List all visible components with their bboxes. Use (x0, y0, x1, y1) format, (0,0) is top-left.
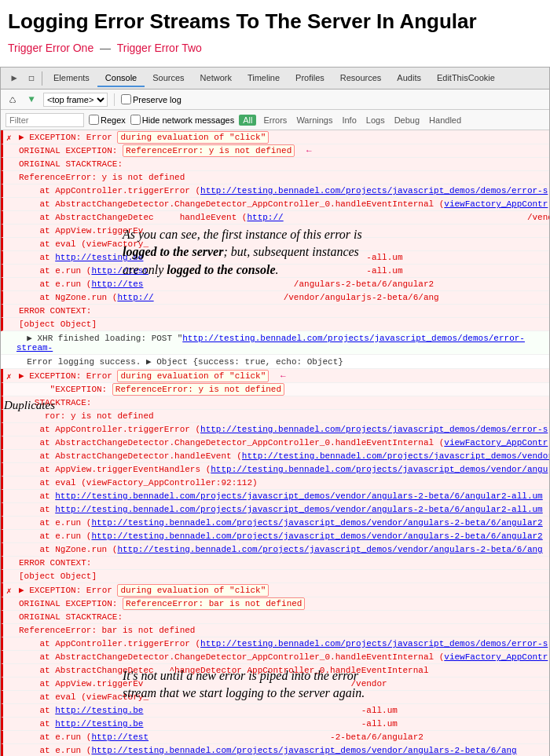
console-line: STACKTRACE: (1, 396, 549, 410)
trigger-links-container: Trigger Error One — Trigger Error Two (0, 38, 550, 67)
console-line: at AppView.triggerEv (1, 225, 549, 238)
trigger-error-two-link[interactable]: Trigger Error Two (117, 42, 202, 54)
hide-network-checkbox[interactable] (130, 115, 141, 125)
console-line: at AbstractChangeDetector.ChangeDetector… (1, 651, 549, 664)
tab-elements[interactable]: Elements (46, 70, 97, 87)
error-highlight-2: ReferenceError: y is not defined (123, 144, 295, 157)
console-line: ORIGINAL STACKTRACE: (1, 158, 549, 171)
console-line: at AppView.triggerEventHandlers (http://… (1, 463, 549, 477)
console-line: at NgZone.run (http://testing.bennadel.c… (1, 543, 549, 557)
clear-console-icon[interactable]: ♺ (6, 93, 20, 107)
console-line: at AppController.triggerError (http://te… (1, 184, 549, 198)
tab-timeline[interactable]: Timeline (240, 70, 288, 87)
annotation-region-3: at AbstractChangeDetec ^hangeDetector Ap… (1, 664, 549, 756)
console-line: at e.run (http://tes /angulars-2-beta/6/… (1, 278, 549, 291)
console-line: at AppController.triggerError (http://te… (1, 423, 549, 436)
regex-label[interactable]: Regex (89, 115, 126, 125)
filter-errors-button[interactable]: Errors (261, 115, 289, 126)
tab-sources[interactable]: Sources (145, 70, 192, 87)
console-output: ✗ ▶ EXCEPTION: Error during evaluation o… (1, 130, 549, 756)
error-block-1: ✗ ▶ EXCEPTION: Error during evaluation o… (1, 130, 549, 331)
console-line: at e.run (http://test -2-beta/6/angular2 (1, 731, 549, 744)
console-line: ORIGINAL STACKTRACE: (1, 611, 549, 624)
console-line: at e.run (http://testing.bennadel.com/pr… (1, 744, 549, 756)
arrow-annotation-1: ← (306, 146, 312, 155)
console-line: ReferenceError: bar is not defined (1, 624, 549, 637)
filter-info-button[interactable]: Info (339, 115, 358, 126)
filter-input[interactable] (6, 113, 84, 127)
preserve-log-label[interactable]: Preserve log (121, 94, 182, 104)
regex-checkbox[interactable] (89, 115, 99, 125)
tab-audits[interactable]: Audits (389, 70, 429, 87)
separator: — (100, 42, 111, 54)
console-line: at AbstractChangeDetec handleEvent (http… (1, 211, 549, 225)
console-line: at http://testing.bennadel.com/projects/… (1, 503, 549, 517)
console-line: at http://testing.be -all.um (1, 251, 549, 265)
trigger-error-one-link[interactable]: Trigger Error One (8, 42, 94, 54)
hide-network-label[interactable]: Hide network messages (130, 115, 234, 125)
filter-handled-button[interactable]: Handled (427, 115, 464, 126)
console-line: at e.run (http://test -all.um (1, 265, 549, 278)
console-toolbar-3: Regex Hide network messages All Errors W… (1, 110, 549, 130)
console-line: ✗ ▶ EXCEPTION: Error during evaluation o… (1, 583, 549, 597)
console-line: at eval (viewFactory_AppController:92:11… (1, 477, 549, 490)
console-line: at e.run (http://testing.bennadel.com/pr… (1, 530, 549, 543)
error-icon-2: ✗ (6, 371, 12, 382)
tab-profiles[interactable]: Profiles (288, 70, 332, 87)
console-line: at AppController.triggerError (http://te… (1, 637, 549, 651)
error-highlight-6: ReferenceError: bar is not defined (123, 597, 305, 610)
inspect-icon[interactable]: ▶ (7, 71, 21, 86)
page-title: Logging Error Streams To The Server In A… (0, 0, 550, 38)
arrow-annotation-2: ← (280, 371, 286, 381)
frame-selector[interactable]: <top frame> (43, 93, 108, 107)
console-line: at http://testing.be -all.um (1, 718, 549, 731)
error-highlight-3: during evaluation of "click" (117, 370, 269, 382)
mobile-icon[interactable]: ◻ (24, 71, 38, 86)
console-line: at NgZone.run (http:// /vendor/angularjs… (1, 291, 549, 305)
tab-console[interactable]: Console (97, 70, 145, 87)
success-line-1: Error logging success. ▶ Object {success… (1, 355, 549, 369)
tab-editthiscookie[interactable]: EditThisCookie (429, 70, 503, 87)
error-highlight-1: during evaluation of "click" (117, 131, 269, 144)
tab-resources[interactable]: Resources (332, 70, 390, 87)
console-line: at AppView.triggerEv /vendor (1, 677, 549, 691)
console-line: ✗ ▶ EXCEPTION: Error during evaluation o… (1, 130, 549, 144)
console-line: [object Object] (1, 318, 549, 331)
console-line: ReferenceError: y is not defined (1, 171, 549, 184)
error-highlight-4: ReferenceError: y is not defined (112, 383, 284, 396)
console-line: at AbstractChangeDetector.ChangeDetector… (1, 436, 549, 450)
devtools-tab-bar: ▶ ◻ Elements Console Sources Network Tim… (1, 68, 549, 89)
console-toolbar-2: ♺ ▼ <top frame> Preserve log (1, 89, 549, 110)
filter-logs-button[interactable]: Logs (364, 115, 387, 126)
error-icon-3: ✗ (6, 586, 12, 596)
filter-debug-button[interactable]: Debug (392, 115, 422, 126)
console-line: at AbstractChangeDetector.ChangeDetector… (1, 198, 549, 211)
console-line: ✗ ▶ EXCEPTION: Error during evaluation o… (1, 369, 549, 383)
console-line: at AbstractChangeDetec ^hangeDetector Ap… (1, 664, 549, 677)
error-icon: ✗ (6, 133, 12, 143)
devtools-panel: ▶ ◻ Elements Console Sources Network Tim… (0, 67, 550, 756)
console-line: at eval (viewFactory_ (1, 691, 549, 704)
filter-icon[interactable]: ▼ (24, 93, 38, 107)
error-block-2: Duplicates ✗ ▶ EXCEPTION: Error during e… (1, 369, 549, 583)
filter-all-button[interactable]: All (239, 115, 256, 126)
console-line: at e.run (http://testing.bennadel.com/pr… (1, 517, 549, 530)
error-highlight-5: during evaluation of "click" (117, 584, 269, 597)
console-line: at http://testing.be -all.um (1, 704, 549, 718)
console-line: ERROR CONTEXT: (1, 305, 549, 318)
console-line: at http://testing.bennadel.com/projects/… (1, 490, 549, 503)
error-block-3: ✗ ▶ EXCEPTION: Error during evaluation o… (1, 583, 549, 756)
toolbar-sep (114, 93, 115, 106)
preserve-log-checkbox[interactable] (121, 94, 131, 104)
xhr-finished-line-1: ▶ XHR finished loading: POST "http://tes… (1, 331, 549, 355)
tab-network[interactable]: Network (192, 70, 240, 87)
console-line: ORIGINAL EXCEPTION: ReferenceError: bar … (1, 597, 549, 611)
console-line: "EXCEPTION: ReferenceError: y is not def… (1, 383, 549, 396)
console-line: [object Object] (1, 570, 549, 583)
console-line: ror: y is not defined (1, 410, 549, 423)
console-line: at eval (viewFactory_ (1, 238, 549, 251)
console-line: ORIGINAL EXCEPTION: ReferenceError: y is… (1, 144, 549, 158)
filter-warnings-button[interactable]: Warnings (294, 115, 335, 126)
console-line: ERROR CONTEXT: (1, 557, 549, 570)
devtools-icons: ▶ ◻ (4, 71, 42, 86)
